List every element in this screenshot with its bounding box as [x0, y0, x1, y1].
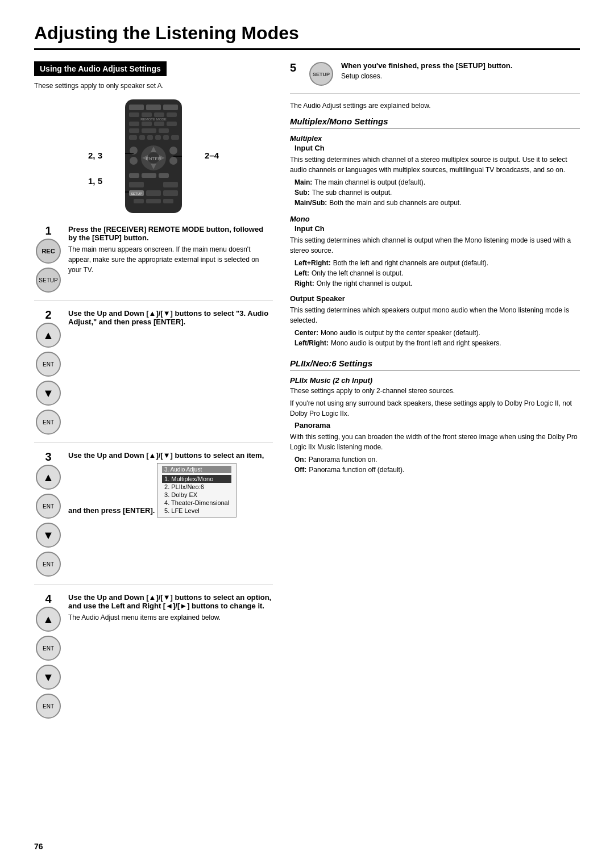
multiplex-mono-title: Multiplex/Mono Settings [290, 116, 580, 128]
svg-rect-1 [129, 105, 144, 110]
step-3-icon-enter2: ENT [36, 552, 61, 577]
diagram-label-15: 1, 5 [88, 176, 102, 186]
svg-rect-10 [142, 122, 152, 126]
step-4-heading: Use the Up and Down [▲]/[▼] buttons to s… [68, 593, 271, 610]
svg-rect-14 [142, 128, 156, 133]
svg-rect-41 [163, 190, 178, 196]
multiplex-body: This setting determines which channel of… [290, 155, 580, 175]
remote-diagram: 2, 3 1, 5 2–4 REMOTE MO [34, 97, 273, 216]
multiplex-mono-section: Multiplex/Mono Settings Multiplex Input … [290, 116, 580, 348]
svg-rect-16 [129, 135, 137, 140]
step-4-number: 4 [45, 593, 51, 604]
svg-rect-7 [167, 112, 177, 117]
step-4-icon-down: ▼ [36, 665, 61, 690]
step-4-icon-enter: ENT [36, 636, 61, 661]
svg-rect-9 [129, 122, 139, 126]
section-note: These settings apply to only speaker set… [34, 82, 273, 90]
svg-rect-21 [171, 135, 179, 140]
step-2-icon-enter: ENT [36, 352, 61, 377]
svg-rect-5 [142, 112, 152, 117]
step-5-setup-icon: SETUP [309, 61, 334, 86]
step-3-screen: 3. Audio Adjust 1. Multiplex/Mono 2. PLI… [157, 463, 237, 518]
mono-def-right: Right: Only the right channel is output. [294, 278, 580, 289]
diagram-label-23: 2, 3 [88, 151, 102, 160]
output-speaker-body: This setting determines which speakers o… [290, 305, 580, 326]
svg-rect-6 [154, 112, 164, 117]
svg-rect-19 [155, 135, 161, 140]
svg-rect-20 [163, 135, 169, 140]
svg-rect-44 [163, 199, 173, 203]
svg-rect-3 [163, 105, 178, 110]
section-heading: Using the Audio Adjust Settings [34, 61, 167, 76]
output-speaker-heading: Output Speaker [290, 294, 580, 303]
svg-rect-11 [154, 122, 164, 126]
multiplex-input-ch-heading: Input Ch [294, 144, 580, 152]
panorama-heading: Panorama [294, 421, 580, 429]
page-title: Adjusting the Listening Modes [34, 23, 580, 50]
multiplex-def-sub: Sub: The sub channel is output. [294, 187, 580, 198]
mono-def-left: Left: Only the left channel is output. [294, 268, 580, 278]
diagram-label-24: 2–4 [205, 151, 219, 160]
svg-point-32 [169, 157, 177, 165]
mono-input-ch-heading: Input Ch [294, 224, 580, 233]
pliix-title: PLIIx/Neo:6 Settings [290, 358, 580, 370]
step-1-body: The main menu appears onscreen. If the m… [68, 244, 273, 275]
step-3-icon-up: ▲ [36, 465, 61, 490]
right-column: 5 SETUP When you've finished, press the … [290, 61, 580, 735]
svg-rect-37 [163, 182, 178, 187]
svg-rect-13 [129, 128, 139, 133]
svg-rect-42 [134, 199, 144, 203]
step-3-number: 3 [45, 451, 51, 462]
mono-body: This setting determines which channel is… [290, 235, 580, 256]
explain-text: The Audio Adjust settings are explained … [290, 101, 580, 111]
svg-rect-4 [129, 112, 139, 117]
step-1-heading: Press the [RECEIVER] REMOTE MODE button,… [68, 225, 263, 242]
svg-rect-15 [159, 128, 169, 133]
step-1-icon-receiver: REC [36, 239, 61, 264]
step-5: 5 SETUP When you've finished, press the … [290, 61, 580, 94]
remote-svg: REMOTE MODE [117, 97, 190, 216]
step-2-icon-up: ▲ [36, 323, 61, 348]
multiplex-label: Multiplex [290, 134, 580, 143]
pliix-music-label: PLIIx Music (2 ch Input) [290, 376, 580, 385]
pliix-section: PLIIx/Neo:6 Settings PLIIx Music (2 ch I… [290, 358, 580, 475]
svg-rect-18 [147, 135, 153, 140]
step-5-content: When you've finished, press the [SETUP] … [341, 61, 580, 86]
mono-label: Mono [290, 215, 580, 223]
svg-rect-33 [129, 173, 139, 178]
svg-text:SETUP: SETUP [131, 192, 142, 195]
svg-rect-12 [167, 122, 177, 126]
svg-rect-36 [129, 182, 144, 187]
step-5-icon-area: SETUP [307, 61, 335, 86]
svg-text:REMOTE MODE: REMOTE MODE [140, 118, 166, 121]
mono-def-leftright: Left+Right: Both the left and right chan… [294, 258, 580, 268]
panorama-def-on: On: Panorama function on. [294, 454, 580, 465]
left-column: Using the Audio Adjust Settings These se… [34, 61, 273, 735]
step-5-number: 5 [290, 61, 301, 86]
step-4: 4 ▲ ENT ▼ ENT Use the Up and Down [▲]/[▼… [34, 593, 273, 727]
step-1-icon-setup: SETUP [36, 268, 61, 293]
step-3-icon-enter: ENT [36, 494, 61, 519]
svg-rect-34 [142, 173, 156, 178]
svg-rect-17 [139, 135, 145, 140]
step-3: 3 ▲ ENT ▼ ENT Use the Up and Down [▲]/[▼… [34, 451, 273, 585]
svg-point-30 [130, 157, 138, 165]
panorama-body: With this setting, you can broaden the w… [290, 432, 580, 452]
svg-rect-43 [146, 199, 161, 203]
output-def-center: Center: Mono audio is output by the cent… [294, 328, 580, 338]
step-3-icon-down: ▼ [36, 523, 61, 548]
step-2-heading: Use the Up and Down [▲]/[▼] buttons to s… [68, 309, 268, 326]
step-4-icon-enter2: ENT [36, 694, 61, 719]
pliix-music-body: These settings apply to only 2-channel s… [290, 386, 580, 396]
multiplex-def-main: Main: The main channel is output (defaul… [294, 177, 580, 187]
multiplex-def-mainsub: Main/Sub: Both the main and sub channels… [294, 198, 580, 208]
step-2: 2 ▲ ENT ▼ ENT Use the Up and Down [▲]/[▼… [34, 309, 273, 443]
page-number: 76 [34, 842, 43, 851]
output-def-leftright: Left/Right: Mono audio is output by the … [294, 338, 580, 348]
panorama-def-off: Off: Panorama function off (default). [294, 465, 580, 475]
svg-text:ENTER: ENTER [146, 156, 161, 161]
svg-point-31 [169, 147, 177, 155]
step-5-heading: When you've finished, press the [SETUP] … [341, 61, 512, 70]
pliix-music-extra: If you're not using any surround back sp… [290, 398, 580, 419]
step-2-number: 2 [45, 309, 51, 320]
